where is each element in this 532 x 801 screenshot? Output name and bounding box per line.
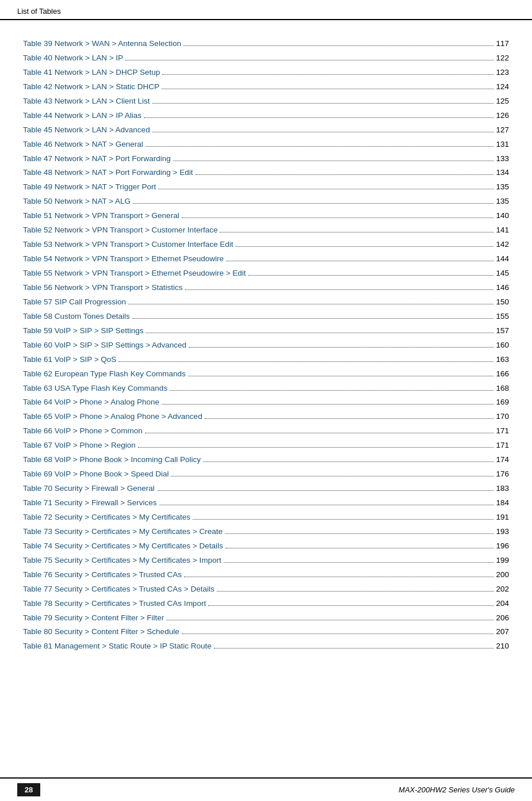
toc-entry-t60[interactable]: Table 60 VoIP > SIP > SIP Settings > Adv… xyxy=(23,339,509,352)
toc-entry-t53[interactable]: Table 53 Network > VPN Transport > Custo… xyxy=(23,238,509,251)
entry-label: Table 74 Security > Certificates > My Ce… xyxy=(23,540,223,553)
toc-entry-t55[interactable]: Table 55 Network > VPN Transport > Ether… xyxy=(23,267,509,280)
entry-page-number: 135 xyxy=(496,195,509,208)
toc-entry-t46[interactable]: Table 46 Network > NAT > General131 xyxy=(23,138,509,151)
toc-entry-t71[interactable]: Table 71 Security > Firewall > Services1… xyxy=(23,497,509,510)
entry-label: Table 52 Network > VPN Transport > Custo… xyxy=(23,224,217,237)
toc-entry-t64[interactable]: Table 64 VoIP > Phone > Analog Phone169 xyxy=(23,396,509,409)
toc-entry-t51[interactable]: Table 51 Network > VPN Transport > Gener… xyxy=(23,209,509,223)
entry-dots xyxy=(166,620,493,620)
entry-label: Table 62 European Type Flash Key Command… xyxy=(23,368,186,381)
entry-page-number: 145 xyxy=(496,267,509,280)
toc-entry-t45[interactable]: Table 45 Network > LAN > Advanced127 xyxy=(23,124,509,137)
footer-title: MAX-200HW2 Series User's Guide xyxy=(40,785,515,794)
toc-entry-t63[interactable]: Table 63 USA Type Flash Key Commands168 xyxy=(23,382,509,395)
toc-entry-t75[interactable]: Table 75 Security > Certificates > My Ce… xyxy=(23,554,509,567)
entry-dots xyxy=(157,490,494,491)
entry-dots xyxy=(235,246,493,247)
toc-entry-t49[interactable]: Table 49 Network > NAT > Trigger Port135 xyxy=(23,181,509,194)
toc-entry-t58[interactable]: Table 58 Custom Tones Details155 xyxy=(23,310,509,323)
toc-entry-t69[interactable]: Table 69 VoIP > Phone Book > Speed Dial1… xyxy=(23,468,509,481)
toc-entry-t74[interactable]: Table 74 Security > Certificates > My Ce… xyxy=(23,540,509,553)
entry-label: Table 49 Network > NAT > Trigger Port xyxy=(23,181,156,194)
entry-page-number: 191 xyxy=(496,511,509,524)
entry-dots xyxy=(189,347,493,348)
entry-dots xyxy=(133,203,493,204)
entry-label: Table 61 VoIP > SIP > QoS xyxy=(23,353,116,367)
entry-dots xyxy=(152,132,494,132)
toc-entry-t79[interactable]: Table 79 Security > Content Filter > Fil… xyxy=(23,612,509,625)
entry-page-number: 206 xyxy=(496,612,509,625)
entry-label: Table 59 VoIP > SIP > SIP Settings xyxy=(23,325,143,338)
entry-page-number: 134 xyxy=(496,166,509,180)
entry-dots xyxy=(162,74,493,75)
entry-dots xyxy=(196,174,494,175)
entry-label: Table 48 Network > NAT > Port Forwarding… xyxy=(23,166,193,180)
toc-entry-t59[interactable]: Table 59 VoIP > SIP > SIP Settings157 xyxy=(23,325,509,338)
entry-label: Table 51 Network > VPN Transport > Gener… xyxy=(23,209,179,223)
toc-entry-t56[interactable]: Table 56 Network > VPN Transport > Stati… xyxy=(23,281,509,295)
entry-page-number: 193 xyxy=(496,525,509,539)
entry-page-number: 204 xyxy=(496,597,509,611)
toc-entry-t62[interactable]: Table 62 European Type Flash Key Command… xyxy=(23,368,509,381)
toc-entry-t48[interactable]: Table 48 Network > NAT > Port Forwarding… xyxy=(23,166,509,180)
toc-entry-t66[interactable]: Table 66 VoIP > Phone > Common171 xyxy=(23,425,509,438)
toc-entry-t78[interactable]: Table 78 Security > Certificates > Trust… xyxy=(23,597,509,611)
entry-dots xyxy=(162,404,494,405)
toc-entry-t57[interactable]: Table 57 SIP Call Progression150 xyxy=(23,296,509,309)
toc-entry-t54[interactable]: Table 54 Network > VPN Transport > Ether… xyxy=(23,253,509,266)
entry-label: Table 40 Network > LAN > IP xyxy=(23,52,123,65)
toc-entry-t68[interactable]: Table 68 VoIP > Phone Book > Incoming Ca… xyxy=(23,453,509,467)
toc-entry-t41[interactable]: Table 41 Network > LAN > DHCP Setup123 xyxy=(23,66,509,79)
toc-entry-t40[interactable]: Table 40 Network > LAN > IP122 xyxy=(23,52,509,65)
entry-dots xyxy=(203,461,494,462)
entry-dots xyxy=(248,275,494,276)
entry-dots xyxy=(217,591,494,592)
entry-dots xyxy=(144,117,493,118)
entry-label: Table 45 Network > LAN > Advanced xyxy=(23,124,150,137)
toc-entry-t72[interactable]: Table 72 Security > Certificates > My Ce… xyxy=(23,511,509,524)
entry-dots xyxy=(125,60,493,60)
entry-dots xyxy=(146,333,493,333)
toc-entry-t80[interactable]: Table 80 Security > Content Filter > Sch… xyxy=(23,625,509,639)
entry-page-number: 176 xyxy=(496,468,509,481)
toc-entry-t42[interactable]: Table 42 Network > LAN > Static DHCP124 xyxy=(23,81,509,94)
toc-entry-t43[interactable]: Table 43 Network > LAN > Client List125 xyxy=(23,95,509,108)
entry-page-number: 123 xyxy=(496,66,509,79)
entry-label: Table 50 Network > NAT > ALG xyxy=(23,195,131,208)
entry-label: Table 54 Network > VPN Transport > Ether… xyxy=(23,253,224,266)
entry-page-number: 207 xyxy=(496,625,509,639)
toc-entry-t61[interactable]: Table 61 VoIP > SIP > QoS163 xyxy=(23,353,509,367)
entry-label: Table 60 VoIP > SIP > SIP Settings > Adv… xyxy=(23,339,186,352)
entry-label: Table 64 VoIP > Phone > Analog Phone xyxy=(23,396,159,409)
entry-label: Table 39 Network > WAN > Antenna Selecti… xyxy=(23,37,181,51)
entry-label: Table 66 VoIP > Phone > Common xyxy=(23,425,143,438)
entry-page-number: 174 xyxy=(496,453,509,467)
entry-label: Table 68 VoIP > Phone Book > Incoming Ca… xyxy=(23,453,201,467)
entry-page-number: 142 xyxy=(496,238,509,251)
toc-entry-t77[interactable]: Table 77 Security > Certificates > Trust… xyxy=(23,583,509,596)
toc-entry-t39[interactable]: Table 39 Network > WAN > Antenna Selecti… xyxy=(23,37,509,51)
entry-page-number: 196 xyxy=(496,540,509,553)
toc-entry-t44[interactable]: Table 44 Network > LAN > IP Alias126 xyxy=(23,109,509,123)
entry-page-number: 184 xyxy=(496,497,509,510)
entry-label: Table 44 Network > LAN > IP Alias xyxy=(23,109,141,123)
entry-label: Table 81 Management > Static Route > IP … xyxy=(23,640,212,653)
toc-entry-t70[interactable]: Table 70 Security > Firewall > General18… xyxy=(23,482,509,495)
toc-entry-t52[interactable]: Table 52 Network > VPN Transport > Custo… xyxy=(23,224,509,237)
toc-entry-t67[interactable]: Table 67 VoIP > Phone > Region171 xyxy=(23,439,509,452)
toc-entry-t76[interactable]: Table 76 Security > Certificates > Trust… xyxy=(23,569,509,582)
entry-label: Table 58 Custom Tones Details xyxy=(23,310,130,323)
entry-dots xyxy=(205,418,494,419)
entry-dots xyxy=(183,45,494,46)
toc-entry-t50[interactable]: Table 50 Network > NAT > ALG135 xyxy=(23,195,509,208)
toc-entry-t47[interactable]: Table 47 Network > NAT > Port Forwarding… xyxy=(23,152,509,166)
toc-entry-t73[interactable]: Table 73 Security > Certificates > My Ce… xyxy=(23,525,509,539)
toc-entry-t81[interactable]: Table 81 Management > Static Route > IP … xyxy=(23,640,509,653)
entry-page-number: 171 xyxy=(496,439,509,452)
entry-page-number: 140 xyxy=(496,209,509,223)
entry-page-number: 146 xyxy=(496,281,509,295)
entry-label: Table 78 Security > Certificates > Trust… xyxy=(23,597,206,611)
toc-entry-t65[interactable]: Table 65 VoIP > Phone > Analog Phone > A… xyxy=(23,410,509,424)
page-header: List of Tables xyxy=(0,0,532,20)
